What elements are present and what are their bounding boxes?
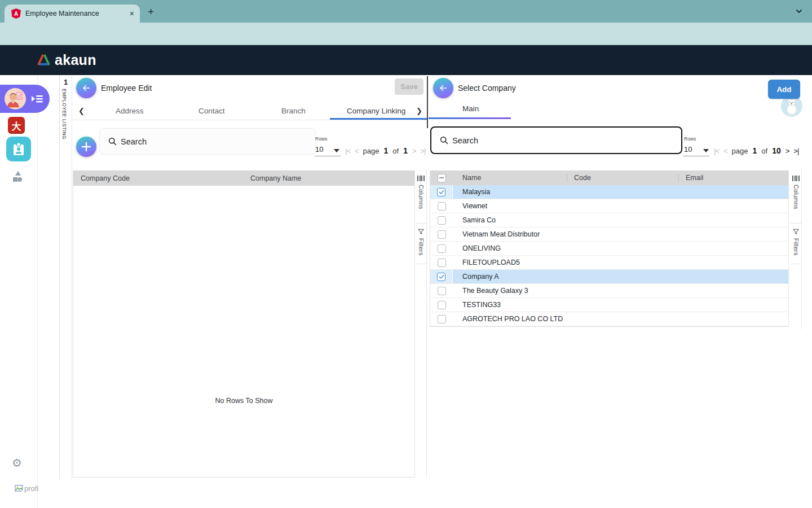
tab-company-linking[interactable]: Company Linking <box>347 107 405 115</box>
table-row[interactable]: AGROTECH PRO LAO CO LTD <box>430 312 788 326</box>
tab-contact[interactable]: Contact <box>198 107 225 115</box>
add-row-button[interactable] <box>76 137 96 157</box>
row-checkbox[interactable] <box>438 202 446 211</box>
back-button[interactable] <box>433 78 453 98</box>
rows-select-caret-icon[interactable] <box>703 149 709 152</box>
search-input[interactable] <box>452 136 645 145</box>
table-row[interactable]: TESTING33 <box>430 298 788 312</box>
tabs-scroll-right-icon[interactable]: ❯ <box>416 107 422 115</box>
row-checkbox[interactable] <box>437 188 445 196</box>
row-checkbox[interactable] <box>438 301 446 309</box>
cell-code <box>564 256 676 269</box>
workspace-tab-strip[interactable]: 1 EMPLOYEE LISTING <box>59 75 72 479</box>
filters-tool-button[interactable]: Filters <box>791 224 801 264</box>
filters-tool-button[interactable]: Filters <box>416 224 426 264</box>
back-button[interactable] <box>76 78 96 98</box>
table-row[interactable]: Malaysia <box>430 185 788 199</box>
columns-tool-label: Columns <box>418 185 425 209</box>
page-last-button[interactable]: >| <box>421 147 426 155</box>
row-checkbox-cell <box>430 213 453 227</box>
sidebar-item-employee-applet[interactable] <box>0 85 50 113</box>
broken-image-alt-text: profi <box>24 484 38 493</box>
page-prev-button[interactable]: < <box>723 147 727 155</box>
cell-code <box>564 284 676 297</box>
employee-edit-panel: Employee Edit Save ❮ Address Contact Bra… <box>72 75 427 480</box>
table-row[interactable]: Company A <box>430 270 788 284</box>
active-tab-underline <box>429 117 511 119</box>
page-next-button[interactable]: > <box>785 147 789 155</box>
cell-name: Vietnam Meat Distributor <box>453 227 564 241</box>
search-input[interactable] <box>121 137 286 146</box>
column-divider[interactable] <box>567 174 567 182</box>
cell-code <box>564 312 676 326</box>
column-header-email[interactable]: Email <box>686 174 703 182</box>
page-word: page <box>732 147 748 155</box>
tab-close-icon[interactable]: × <box>130 9 134 18</box>
table-row[interactable]: FILETOUPLOAD5 <box>430 256 788 270</box>
page-current: 1 <box>383 146 388 155</box>
settings-gear-icon[interactable]: ⚙ <box>12 456 22 470</box>
add-button[interactable]: Add <box>768 80 800 99</box>
cell-name: Company A <box>453 270 564 283</box>
search-box[interactable] <box>430 126 682 154</box>
row-checkbox[interactable] <box>438 315 446 323</box>
tab-search-chevron-icon[interactable] <box>795 7 803 15</box>
column-header-name[interactable]: Name <box>462 174 481 182</box>
tab-main[interactable]: Main <box>462 104 479 113</box>
tab-branch[interactable]: Branch <box>281 107 306 115</box>
row-checkbox-cell <box>430 298 453 312</box>
table-row[interactable]: Samira Co <box>430 213 788 227</box>
table-row[interactable]: Viewnet <box>430 199 788 213</box>
page-last-button[interactable]: >| <box>793 147 798 155</box>
workspace-tab-index: 1 <box>60 78 72 86</box>
rows-per-page-value[interactable]: 10 <box>315 145 323 154</box>
column-header-company-code[interactable]: Company Code <box>73 174 130 182</box>
row-checkbox[interactable] <box>438 259 446 267</box>
arrow-left-icon <box>438 83 448 93</box>
akaun-brand[interactable]: akaun <box>36 52 96 68</box>
new-tab-button[interactable]: + <box>148 6 154 18</box>
sidebar-item-shapes-applet[interactable] <box>10 169 26 185</box>
search-icon <box>108 137 117 146</box>
table-row[interactable]: Vietnam Meat Distributor <box>430 227 788 242</box>
columns-tool-button[interactable]: Columns <box>791 170 801 224</box>
browser-tab[interactable]: A Employee Maintenance × <box>5 5 140 23</box>
row-checkbox[interactable] <box>438 230 446 239</box>
company-table-rows: MalaysiaViewnetSamira CoVietnam Meat Dis… <box>430 185 788 326</box>
page-word: page <box>363 147 379 155</box>
save-button[interactable]: Save <box>395 78 423 95</box>
search-box[interactable] <box>99 128 316 155</box>
cell-code <box>564 270 676 283</box>
page-first-button[interactable]: |< <box>345 147 350 155</box>
columns-tool-button[interactable]: Columns <box>416 170 426 224</box>
column-divider[interactable] <box>678 174 679 182</box>
sidebar-item-da-applet[interactable]: 大 <box>8 117 25 134</box>
select-all-checkbox[interactable] <box>438 174 446 182</box>
table-row[interactable]: The Beauty Galaxy 3 <box>430 284 788 298</box>
columns-icon <box>417 176 425 181</box>
rows-select-caret-icon[interactable] <box>334 149 339 152</box>
table-row[interactable]: ONELIVING <box>430 242 788 256</box>
page-next-button[interactable]: > <box>412 147 416 155</box>
tab-address[interactable]: Address <box>116 107 144 115</box>
cell-email <box>676 256 788 269</box>
row-checkbox[interactable] <box>437 273 445 281</box>
row-checkbox[interactable] <box>438 287 446 295</box>
rows-label: Rows <box>315 136 327 142</box>
sidebar-item-hr-applet[interactable] <box>6 137 31 161</box>
page-prev-button[interactable]: < <box>355 147 359 155</box>
row-checkbox[interactable] <box>438 244 446 253</box>
tabs-scroll-left-icon[interactable]: ❮ <box>78 107 85 115</box>
rows-per-page-value[interactable]: 10 <box>684 145 692 154</box>
app-navbar: akaun <box>0 45 812 75</box>
column-header-company-name[interactable]: Company Name <box>250 174 301 182</box>
column-header-code[interactable]: Code <box>574 174 591 182</box>
page-first-button[interactable]: |< <box>714 147 719 155</box>
select-company-panel: Select Company Add Main Rows 10 |< < pag… <box>427 75 812 480</box>
shapes-icon <box>10 169 26 185</box>
broken-profile-image: profi <box>15 484 38 493</box>
row-checkbox[interactable] <box>438 216 446 225</box>
dialog-title: Select Company <box>458 84 516 93</box>
cell-email <box>676 199 788 213</box>
workspace-tab-label: EMPLOYEE LISTING <box>61 89 67 139</box>
